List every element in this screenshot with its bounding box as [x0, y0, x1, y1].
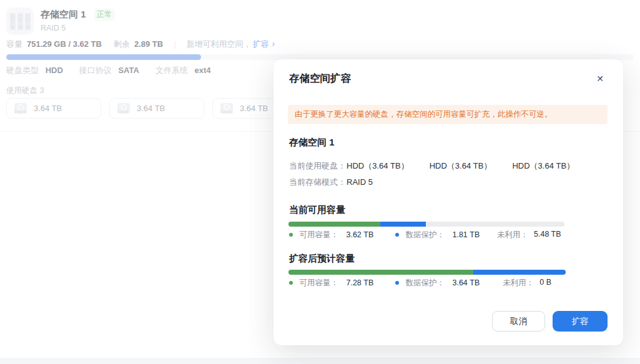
legend-value: 1.81 TB: [452, 230, 480, 239]
protection-segment: [473, 270, 566, 275]
available-segment: [288, 222, 380, 227]
legend-value: 7.28 TB: [346, 278, 373, 287]
current-mode-row: 当前存储模式： RAID 5: [289, 177, 373, 188]
expand-storage-dialog: 存储空间扩容 ✕ 由于更换了更大容量的硬盘，存储空间的可用容量可扩充，此操作不可…: [273, 59, 623, 345]
blue-dot-icon: [395, 281, 399, 285]
current-mode-label: 当前存储模式：: [289, 177, 347, 188]
protection-segment: [380, 222, 426, 227]
green-dot-icon: [289, 233, 293, 237]
close-icon[interactable]: ✕: [592, 71, 608, 87]
expand-button[interactable]: 扩容: [553, 311, 608, 332]
expanded-capacity-legend: 可用容量： 7.28 TB 数据保护： 3.64 TB 未利用： 0 B: [289, 278, 564, 288]
warning-banner: 由于更换了更大容量的硬盘，存储空间的可用容量可扩充，此操作不可逆。: [288, 105, 608, 124]
green-dot-icon: [289, 281, 293, 285]
legend-label: 可用容量：: [299, 230, 338, 239]
legend-label: 可用容量：: [299, 278, 338, 287]
legend-value: 0 B: [539, 278, 551, 288]
legend-label: 数据保护：: [405, 230, 445, 239]
legend-label: 未利用：: [503, 278, 534, 288]
legend-label: 未利用：: [497, 230, 528, 240]
pool-heading: 存储空间 1: [289, 137, 335, 149]
available-segment: [288, 270, 473, 275]
current-disks-label: 当前使用硬盘：: [289, 160, 347, 172]
blue-dot-icon: [395, 233, 399, 237]
cancel-button[interactable]: 取消: [492, 311, 545, 332]
expanded-capacity-heading: 扩容后预计容量: [289, 253, 355, 265]
current-disk: HDD（3.64 TB）: [347, 160, 409, 172]
current-mode-value: RAID 5: [347, 177, 373, 187]
expanded-capacity-bar: [288, 270, 566, 275]
current-disks-row: 当前使用硬盘： HDD（3.64 TB） HDD（3.64 TB） HDD（3.…: [289, 160, 574, 172]
current-capacity-heading: 当前可用容量: [289, 204, 345, 216]
current-capacity-legend: 可用容量： 3.62 TB 数据保护： 1.81 TB 未利用： 5.48 TB: [289, 230, 564, 240]
legend-label: 数据保护：: [405, 278, 445, 287]
current-capacity-bar: [288, 222, 564, 227]
dialog-title: 存储空间扩容: [289, 72, 351, 86]
current-disk: HDD（3.64 TB）: [512, 160, 574, 172]
current-disk: HDD（3.64 TB）: [430, 160, 492, 172]
legend-value: 3.62 TB: [346, 230, 373, 239]
legend-value: 3.64 TB: [452, 278, 480, 287]
legend-value: 5.48 TB: [534, 230, 561, 240]
